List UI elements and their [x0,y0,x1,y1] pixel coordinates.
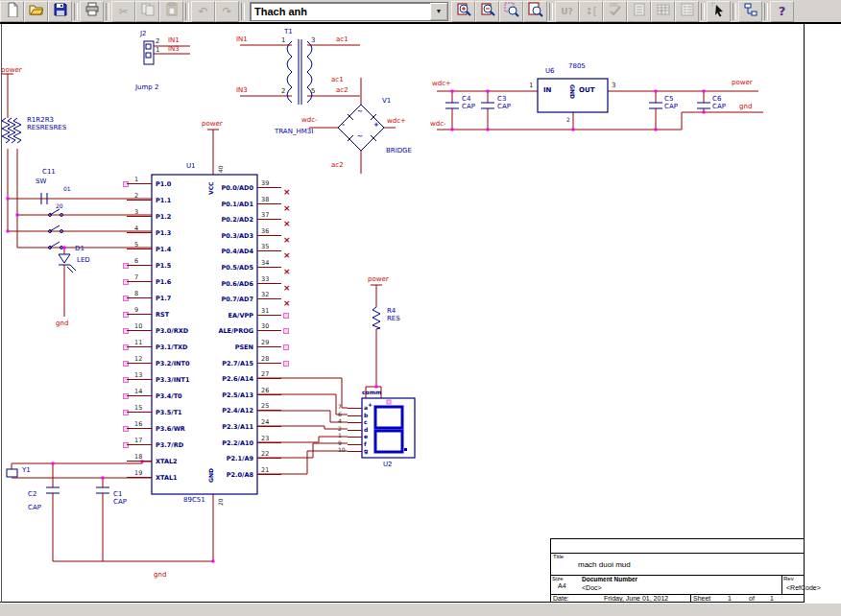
part-ref-j2[interactable]: J2 [140,30,147,37]
part-value-c5[interactable]: CAP [664,103,678,110]
new-document-button[interactable] [0,1,24,22]
part-ref-c6[interactable]: C6 [712,95,721,103]
net-label-power[interactable]: power [368,275,389,283]
schematic-canvas[interactable]: power IN1 IN3 IN1 IN3 ac1 ac2 ac1 ac2 wd… [0,24,841,603]
net-label-wdc-minus[interactable]: wdc- [430,120,446,128]
part-ref-c2[interactable]: C2 [28,490,36,498]
net-label-ac2[interactable]: ac2 [336,86,348,94]
zoom-all-button[interactable] [523,1,547,22]
mcu-pin-row[interactable]: P2.7/A15 28 [200,355,344,371]
display-pin-row[interactable]: 1 e [338,433,371,440]
hierarchy-button[interactable] [738,1,762,22]
part-ref-d1[interactable]: D1 [75,245,84,252]
paste-button[interactable] [159,1,183,22]
part-ref-c4[interactable]: C4 [462,95,470,103]
mcu-pin-row[interactable]: P2.1/A9 22 [200,450,344,466]
save-document-button[interactable] [48,1,72,22]
back-annotate-button[interactable]: ↕[ [579,1,603,22]
net-label-ac1[interactable]: ac1 [336,36,348,43]
part-ref-v1[interactable]: V1 [382,97,391,105]
copy-button[interactable] [135,1,159,22]
net-label-power[interactable]: power [202,120,223,128]
part-label-sw[interactable]: 20 [56,202,63,210]
part-value-u6[interactable]: 7805 [568,62,586,70]
net-label-power[interactable]: power [732,79,753,86]
net-label-in3[interactable]: IN3 [236,86,248,94]
display-pin-row[interactable]: 2 d [338,426,371,434]
part-value-c4[interactable]: CAP [462,103,475,110]
zoom-area-button[interactable] [499,1,523,22]
display-pin-row[interactable]: 7 a [338,404,371,412]
mcu-pin-row[interactable]: P0.0/AD0 39 [200,179,344,196]
display-pin-row[interactable]: 4 c [338,418,371,426]
mcu-pin-row[interactable]: P0.2/AD2 37 [200,211,344,227]
mcu-pin-row[interactable]: ALE/PROG 30 [200,322,344,339]
part-value-d1[interactable]: LED [77,256,90,264]
part-label-sw[interactable]: SW [36,178,46,185]
mcu-pin-row[interactable]: P0.5/AD5 34 [200,259,344,275]
part-ref-u1[interactable]: U1 [186,162,196,170]
part-value-u1[interactable]: 89C51 [183,496,205,504]
part-value-c1[interactable]: CAP [113,498,127,506]
display-pin-row[interactable]: 6 b [338,412,371,419]
mcu-pin-row[interactable]: P2.2/A10 23 [200,435,344,451]
mcu-pin-row[interactable]: P0.3/AD3 36 [200,227,344,244]
mcu-pin-row[interactable]: EA/VPP 31 [200,307,344,323]
undo-button[interactable]: ↶ [191,1,215,22]
document-number-value[interactable]: <Doc> [582,584,602,591]
help-button[interactable]: ? [770,1,794,22]
redo-button[interactable]: ↷ [215,1,239,22]
net-label-in3[interactable]: IN3 [168,45,180,53]
bill-of-materials-button[interactable] [675,1,699,22]
mcu-pin-row[interactable]: P2.5/A13 26 [200,387,344,403]
part-ref-c1[interactable]: C1 [113,490,122,498]
cut-button[interactable]: ✂ [111,1,135,22]
part-ref-r4[interactable]: R4 [387,307,396,315]
part-value-c3[interactable]: CAP [497,103,511,110]
part-ref-u2[interactable]: U2 [383,461,393,468]
part-ref-c5[interactable]: C5 [664,95,673,103]
schematic-title[interactable]: mach duoi mud [578,560,631,569]
net-label-power[interactable]: power [1,66,22,74]
net-label-gnd[interactable]: gnd [56,320,68,327]
part-value-j2[interactable]: Jump 2 [135,83,158,91]
page-selector[interactable]: Thach anh ▼ [250,2,448,21]
part-refs-resistor-bank[interactable]: R1R2R3 [27,116,54,124]
select-button[interactable] [707,1,731,22]
part-ref-u6[interactable]: U6 [545,67,555,75]
net-label-wdc-minus[interactable]: wdc- [301,116,318,124]
part-label-sw[interactable]: 01 [63,185,71,193]
part-value-c6[interactable]: CAP [712,103,726,110]
chevron-down-icon[interactable]: ▼ [430,3,447,20]
mcu-pin-row[interactable]: PSEN 29 [200,339,344,355]
mcu-pin-row[interactable]: P2.0/A8 21 [200,466,344,483]
create-netlist-button[interactable] [627,1,651,22]
part-ref-t1[interactable]: T1 [284,28,293,36]
part-ref-c11[interactable]: C11 [42,168,56,176]
design-rule-check-button[interactable]: DRC [603,1,627,22]
mcu-pin-row[interactable]: P2.4/A12 25 [200,402,344,418]
part-value-c2[interactable]: CAP [28,504,41,511]
net-label-ac1[interactable]: ac1 [331,76,344,83]
zoom-in-button[interactable] [451,1,475,22]
net-label-ac2[interactable]: ac2 [331,161,344,169]
mcu-pin-row[interactable]: P0.4/AD4 35 [200,243,344,259]
mcu-pin-row[interactable]: P2.3/A11 24 [200,418,344,435]
zoom-out-button[interactable] [475,1,499,22]
net-label-wdc-plus[interactable]: wdc+ [387,117,406,125]
part-value-r4[interactable]: RES [387,315,400,322]
mcu-pin-row[interactable]: P0.6/AD6 33 [200,275,344,292]
part-ref-y1[interactable]: Y1 [22,466,31,474]
mcu-pin-row[interactable]: P2.6/A14 27 [200,370,344,387]
cross-reference-button[interactable]: X [651,1,675,22]
part-value-v1[interactable]: BRIDGE [386,147,412,154]
net-label-gnd[interactable]: gnd [154,571,166,579]
mcu-pin-row[interactable]: P0.1/AD1 38 [200,196,344,212]
display-pin-row[interactable]: 10 g [338,447,371,455]
net-label-in1[interactable]: IN1 [236,36,248,43]
net-label-gnd[interactable]: gnd [739,103,752,110]
net-label-in1[interactable]: IN1 [168,36,180,44]
part-ref-c3[interactable]: C3 [497,95,506,103]
mcu-pin-row[interactable]: P0.7/AD7 32 [200,291,344,307]
annotate-button[interactable]: U? [555,1,579,22]
